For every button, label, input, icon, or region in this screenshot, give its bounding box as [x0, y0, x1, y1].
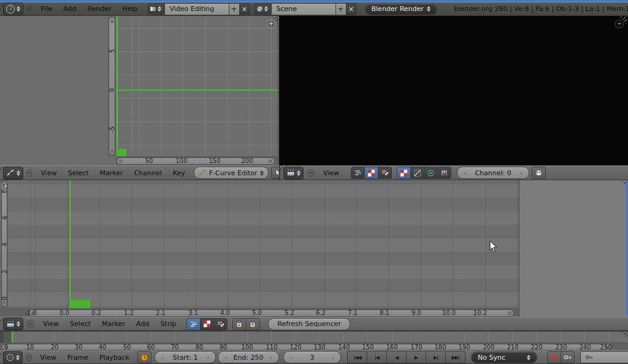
view-sequence-image-button[interactable]: [378, 167, 392, 179]
close-screen-button[interactable]: ×: [239, 3, 250, 15]
ghost-frames-button[interactable]: [532, 167, 546, 179]
decrement-arrow-icon[interactable]: ‹: [161, 354, 164, 361]
view-image-button[interactable]: [364, 167, 378, 179]
keyframe-block[interactable]: [117, 149, 126, 156]
menu-item[interactable]: Key: [167, 169, 191, 177]
playback-button[interactable]: |◀◀: [347, 351, 367, 363]
increment-arrow-icon[interactable]: ›: [207, 354, 209, 361]
sequence-strip[interactable]: [70, 300, 90, 308]
scope-image-button[interactable]: [397, 167, 411, 179]
frame-end-slider[interactable]: ‹ End: 250 ›: [218, 351, 279, 363]
current-frame-line[interactable]: [12, 332, 13, 343]
menu-item[interactable]: Strip: [155, 320, 182, 328]
menu-item[interactable]: View: [35, 354, 62, 362]
playback-button[interactable]: ◀: [386, 351, 407, 363]
preview-range-button[interactable]: [137, 351, 151, 363]
frame-tick: 250: [600, 343, 611, 350]
playback-button[interactable]: ▶|: [426, 351, 446, 363]
menu-item[interactable]: Select: [64, 320, 96, 328]
view-image-button[interactable]: [200, 318, 214, 330]
add-screen-button[interactable]: +: [229, 3, 240, 15]
playback-button[interactable]: ▶▶|: [445, 351, 465, 363]
scene-browse-button[interactable]: [254, 3, 271, 15]
timeline-area[interactable]: [0, 331, 628, 343]
sync-dropdown[interactable]: No Sync: [471, 351, 537, 363]
screen-layout-browse-button[interactable]: [147, 3, 164, 15]
scope-vectorscope-button[interactable]: [424, 167, 438, 179]
menu-item[interactable]: View: [36, 169, 63, 177]
menu-item[interactable]: Marker: [94, 169, 129, 177]
menu-item[interactable]: Render: [82, 5, 117, 13]
increment-arrow-icon[interactable]: ›: [520, 170, 523, 176]
graph-canvas[interactable]: [116, 17, 278, 156]
current-frame-line[interactable]: [69, 180, 71, 308]
autokey-mode-button[interactable]: [561, 351, 575, 363]
collapse-menus-icon[interactable]: −: [26, 5, 33, 13]
playback-button[interactable]: ▶: [406, 351, 426, 363]
frame-start-slider[interactable]: ‹ Start: 1 ›: [155, 351, 216, 363]
pivot-cursor-button[interactable]: [271, 167, 279, 179]
sequencer-preview-area[interactable]: +: [279, 16, 628, 165]
copy-strips-button[interactable]: [232, 318, 247, 330]
current-frame-field[interactable]: ‹ 3 ›: [283, 351, 341, 363]
channel-slider[interactable]: ‹ Channel: 0 ›: [457, 167, 529, 179]
collapse-menus-icon[interactable]: −: [26, 320, 34, 328]
sequencer-properties-panel[interactable]: [519, 180, 628, 317]
menu-item[interactable]: View: [318, 169, 345, 177]
menu-item[interactable]: Help: [117, 5, 143, 13]
expand-region-icon[interactable]: +: [615, 20, 624, 28]
refresh-sequencer-button[interactable]: Refresh Sequencer: [268, 318, 350, 330]
scope-waveform-button[interactable]: [410, 167, 424, 179]
keying-set-field[interactable]: [580, 351, 628, 363]
scene-field[interactable]: Scene: [271, 3, 336, 15]
sequencer-area[interactable]: 86420 -1.00.00.21.22.13.14.05.05.26.27.1…: [0, 180, 519, 317]
time-tick: 2.1: [156, 309, 166, 316]
increment-arrow-icon[interactable]: ›: [270, 354, 272, 361]
menu-item[interactable]: Marker: [96, 320, 131, 328]
editor-type-button-info[interactable]: i: [3, 2, 23, 15]
view-sequence-button[interactable]: [351, 167, 365, 179]
close-scene-button[interactable]: ×: [346, 3, 357, 15]
collapse-menus-icon[interactable]: −: [26, 169, 33, 177]
collapse-menus-icon[interactable]: −: [307, 169, 315, 177]
menu-item[interactable]: Select: [63, 169, 94, 177]
decrement-arrow-icon[interactable]: ‹: [290, 354, 293, 361]
editor-type-button-graph[interactable]: [3, 167, 23, 180]
editor-type-button-timeline[interactable]: [3, 351, 23, 364]
menu-item[interactable]: View: [37, 320, 64, 328]
frame-tick: 210: [507, 343, 518, 350]
menu-item[interactable]: File: [36, 5, 58, 13]
collapse-menus-icon[interactable]: −: [26, 354, 32, 362]
expand-region-icon[interactable]: +: [267, 20, 275, 28]
menu-item[interactable]: Channel: [129, 169, 167, 177]
editor-type-button-sequencer[interactable]: [3, 317, 23, 330]
increment-arrow-icon[interactable]: ›: [332, 354, 334, 361]
screen-layout-field[interactable]: Video Editing: [164, 3, 229, 15]
menu-item[interactable]: Add: [58, 5, 82, 13]
graph-mode-dropdown[interactable]: F-Curve Editor: [194, 167, 269, 179]
y-axis-tick: -5: [109, 126, 115, 132]
autokey-record-button[interactable]: [547, 351, 561, 363]
scope-histogram-button[interactable]: [437, 167, 451, 179]
menu-item[interactable]: Playback: [94, 354, 135, 362]
editor-type-button-preview[interactable]: [283, 167, 304, 180]
time-tick: 8.1: [380, 309, 389, 316]
frame-tick: 60: [147, 343, 155, 350]
checker-image-icon: [204, 320, 210, 327]
render-engine-dropdown[interactable]: Blender Render: [365, 3, 437, 15]
menu-item[interactable]: Frame: [62, 354, 94, 362]
time-tick: 10.0: [442, 309, 456, 316]
area-corner-grip[interactable]: [621, 332, 628, 339]
playback-button[interactable]: |◀: [367, 351, 387, 363]
view-sequence-image-button[interactable]: [213, 318, 228, 330]
menu-item[interactable]: Add: [131, 320, 155, 328]
view-sequence-button[interactable]: [186, 318, 201, 330]
decrement-arrow-icon[interactable]: ‹: [464, 170, 466, 176]
frame-end-value: End: 250: [233, 354, 263, 362]
expand-region-icon[interactable]: +: [1, 182, 10, 191]
paste-strips-button[interactable]: [246, 318, 260, 330]
add-scene-button[interactable]: +: [335, 3, 347, 15]
current-frame-line[interactable]: [117, 17, 118, 156]
fcurve-line[interactable]: [116, 89, 278, 91]
decrement-arrow-icon[interactable]: ‹: [224, 354, 227, 361]
